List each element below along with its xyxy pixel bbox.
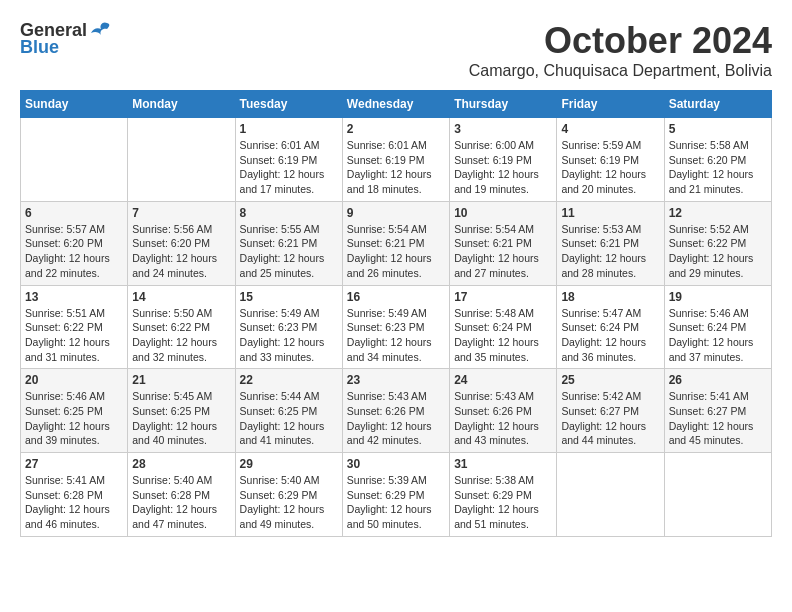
cell-info: Sunrise: 5:39 AMSunset: 6:29 PMDaylight:…	[347, 473, 445, 532]
day-number: 12	[669, 206, 767, 220]
day-number: 11	[561, 206, 659, 220]
cell-info: Sunrise: 5:49 AMSunset: 6:23 PMDaylight:…	[240, 306, 338, 365]
page-header: General Blue October 2024 Camargo, Chuqu…	[20, 20, 772, 80]
calendar-cell: 25Sunrise: 5:42 AMSunset: 6:27 PMDayligh…	[557, 369, 664, 453]
day-number: 8	[240, 206, 338, 220]
cell-info: Sunrise: 5:43 AMSunset: 6:26 PMDaylight:…	[347, 389, 445, 448]
cell-info: Sunrise: 5:44 AMSunset: 6:25 PMDaylight:…	[240, 389, 338, 448]
day-number: 7	[132, 206, 230, 220]
day-number: 29	[240, 457, 338, 471]
cell-info: Sunrise: 5:41 AMSunset: 6:27 PMDaylight:…	[669, 389, 767, 448]
calendar-table: Sunday Monday Tuesday Wednesday Thursday…	[20, 90, 772, 537]
day-number: 22	[240, 373, 338, 387]
calendar-cell: 11Sunrise: 5:53 AMSunset: 6:21 PMDayligh…	[557, 201, 664, 285]
calendar-cell	[664, 453, 771, 537]
day-number: 10	[454, 206, 552, 220]
calendar-cell: 31Sunrise: 5:38 AMSunset: 6:29 PMDayligh…	[450, 453, 557, 537]
calendar-cell: 9Sunrise: 5:54 AMSunset: 6:21 PMDaylight…	[342, 201, 449, 285]
calendar-week-row: 20Sunrise: 5:46 AMSunset: 6:25 PMDayligh…	[21, 369, 772, 453]
cell-info: Sunrise: 5:42 AMSunset: 6:27 PMDaylight:…	[561, 389, 659, 448]
cell-info: Sunrise: 5:47 AMSunset: 6:24 PMDaylight:…	[561, 306, 659, 365]
day-number: 3	[454, 122, 552, 136]
col-tuesday: Tuesday	[235, 91, 342, 118]
day-number: 30	[347, 457, 445, 471]
day-number: 17	[454, 290, 552, 304]
day-number: 26	[669, 373, 767, 387]
cell-info: Sunrise: 5:51 AMSunset: 6:22 PMDaylight:…	[25, 306, 123, 365]
calendar-cell: 27Sunrise: 5:41 AMSunset: 6:28 PMDayligh…	[21, 453, 128, 537]
cell-info: Sunrise: 5:40 AMSunset: 6:29 PMDaylight:…	[240, 473, 338, 532]
day-number: 28	[132, 457, 230, 471]
col-wednesday: Wednesday	[342, 91, 449, 118]
calendar-cell: 4Sunrise: 5:59 AMSunset: 6:19 PMDaylight…	[557, 118, 664, 202]
calendar-cell: 20Sunrise: 5:46 AMSunset: 6:25 PMDayligh…	[21, 369, 128, 453]
day-number: 2	[347, 122, 445, 136]
logo-bird-icon	[89, 21, 111, 41]
cell-info: Sunrise: 5:48 AMSunset: 6:24 PMDaylight:…	[454, 306, 552, 365]
location-subtitle: Camargo, Chuquisaca Department, Bolivia	[469, 62, 772, 80]
calendar-cell	[128, 118, 235, 202]
cell-info: Sunrise: 5:49 AMSunset: 6:23 PMDaylight:…	[347, 306, 445, 365]
calendar-cell	[557, 453, 664, 537]
day-number: 24	[454, 373, 552, 387]
cell-info: Sunrise: 5:54 AMSunset: 6:21 PMDaylight:…	[347, 222, 445, 281]
day-number: 14	[132, 290, 230, 304]
cell-info: Sunrise: 5:46 AMSunset: 6:25 PMDaylight:…	[25, 389, 123, 448]
month-title: October 2024	[469, 20, 772, 62]
calendar-cell: 26Sunrise: 5:41 AMSunset: 6:27 PMDayligh…	[664, 369, 771, 453]
col-saturday: Saturday	[664, 91, 771, 118]
cell-info: Sunrise: 5:41 AMSunset: 6:28 PMDaylight:…	[25, 473, 123, 532]
cell-info: Sunrise: 5:58 AMSunset: 6:20 PMDaylight:…	[669, 138, 767, 197]
calendar-cell: 5Sunrise: 5:58 AMSunset: 6:20 PMDaylight…	[664, 118, 771, 202]
cell-info: Sunrise: 5:56 AMSunset: 6:20 PMDaylight:…	[132, 222, 230, 281]
calendar-cell: 3Sunrise: 6:00 AMSunset: 6:19 PMDaylight…	[450, 118, 557, 202]
calendar-cell: 29Sunrise: 5:40 AMSunset: 6:29 PMDayligh…	[235, 453, 342, 537]
calendar-cell: 23Sunrise: 5:43 AMSunset: 6:26 PMDayligh…	[342, 369, 449, 453]
day-number: 15	[240, 290, 338, 304]
calendar-cell: 30Sunrise: 5:39 AMSunset: 6:29 PMDayligh…	[342, 453, 449, 537]
calendar-cell: 1Sunrise: 6:01 AMSunset: 6:19 PMDaylight…	[235, 118, 342, 202]
cell-info: Sunrise: 5:45 AMSunset: 6:25 PMDaylight:…	[132, 389, 230, 448]
calendar-header-row: Sunday Monday Tuesday Wednesday Thursday…	[21, 91, 772, 118]
day-number: 27	[25, 457, 123, 471]
day-number: 16	[347, 290, 445, 304]
calendar-cell: 18Sunrise: 5:47 AMSunset: 6:24 PMDayligh…	[557, 285, 664, 369]
col-sunday: Sunday	[21, 91, 128, 118]
cell-info: Sunrise: 5:50 AMSunset: 6:22 PMDaylight:…	[132, 306, 230, 365]
calendar-week-row: 27Sunrise: 5:41 AMSunset: 6:28 PMDayligh…	[21, 453, 772, 537]
calendar-cell: 17Sunrise: 5:48 AMSunset: 6:24 PMDayligh…	[450, 285, 557, 369]
calendar-cell: 8Sunrise: 5:55 AMSunset: 6:21 PMDaylight…	[235, 201, 342, 285]
cell-info: Sunrise: 6:01 AMSunset: 6:19 PMDaylight:…	[240, 138, 338, 197]
day-number: 19	[669, 290, 767, 304]
calendar-cell: 6Sunrise: 5:57 AMSunset: 6:20 PMDaylight…	[21, 201, 128, 285]
day-number: 18	[561, 290, 659, 304]
calendar-cell: 22Sunrise: 5:44 AMSunset: 6:25 PMDayligh…	[235, 369, 342, 453]
calendar-cell: 24Sunrise: 5:43 AMSunset: 6:26 PMDayligh…	[450, 369, 557, 453]
cell-info: Sunrise: 5:52 AMSunset: 6:22 PMDaylight:…	[669, 222, 767, 281]
calendar-cell: 10Sunrise: 5:54 AMSunset: 6:21 PMDayligh…	[450, 201, 557, 285]
day-number: 6	[25, 206, 123, 220]
day-number: 21	[132, 373, 230, 387]
day-number: 4	[561, 122, 659, 136]
calendar-cell	[21, 118, 128, 202]
title-block: October 2024 Camargo, Chuquisaca Departm…	[469, 20, 772, 80]
calendar-cell: 15Sunrise: 5:49 AMSunset: 6:23 PMDayligh…	[235, 285, 342, 369]
calendar-cell: 12Sunrise: 5:52 AMSunset: 6:22 PMDayligh…	[664, 201, 771, 285]
day-number: 5	[669, 122, 767, 136]
cell-info: Sunrise: 5:53 AMSunset: 6:21 PMDaylight:…	[561, 222, 659, 281]
cell-info: Sunrise: 6:01 AMSunset: 6:19 PMDaylight:…	[347, 138, 445, 197]
day-number: 23	[347, 373, 445, 387]
cell-info: Sunrise: 5:40 AMSunset: 6:28 PMDaylight:…	[132, 473, 230, 532]
cell-info: Sunrise: 5:46 AMSunset: 6:24 PMDaylight:…	[669, 306, 767, 365]
calendar-cell: 21Sunrise: 5:45 AMSunset: 6:25 PMDayligh…	[128, 369, 235, 453]
calendar-cell: 14Sunrise: 5:50 AMSunset: 6:22 PMDayligh…	[128, 285, 235, 369]
logo-blue-text: Blue	[20, 37, 59, 58]
cell-info: Sunrise: 5:38 AMSunset: 6:29 PMDaylight:…	[454, 473, 552, 532]
col-friday: Friday	[557, 91, 664, 118]
cell-info: Sunrise: 5:59 AMSunset: 6:19 PMDaylight:…	[561, 138, 659, 197]
calendar-cell: 13Sunrise: 5:51 AMSunset: 6:22 PMDayligh…	[21, 285, 128, 369]
calendar-cell: 16Sunrise: 5:49 AMSunset: 6:23 PMDayligh…	[342, 285, 449, 369]
logo: General Blue	[20, 20, 111, 58]
cell-info: Sunrise: 5:54 AMSunset: 6:21 PMDaylight:…	[454, 222, 552, 281]
day-number: 25	[561, 373, 659, 387]
